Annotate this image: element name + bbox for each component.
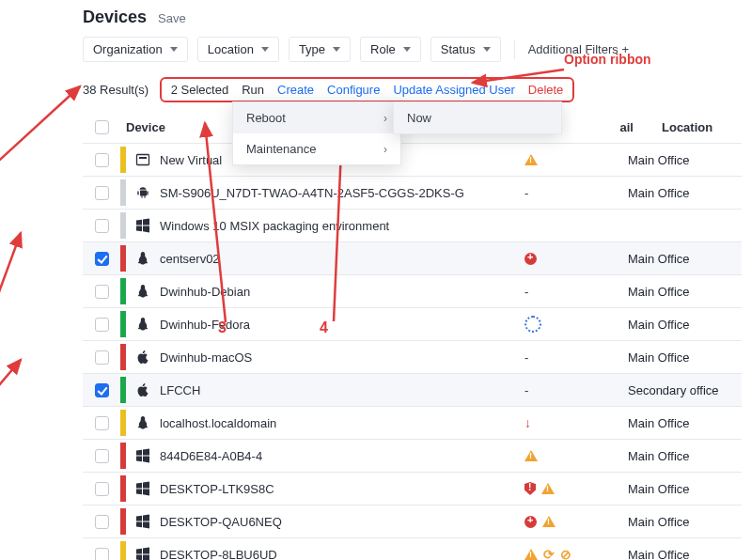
- chevron-down-icon: [261, 47, 269, 52]
- table-row[interactable]: LFCCH-Secondary office: [83, 374, 742, 407]
- filter-role[interactable]: Role: [360, 37, 421, 62]
- device-location: Main Office: [628, 482, 690, 496]
- status-bar: [120, 147, 126, 173]
- filter-type[interactable]: Type: [289, 37, 351, 62]
- status-cell: [524, 516, 628, 528]
- os-icon: [135, 251, 150, 266]
- status-bar: [120, 508, 126, 535]
- device-location: Main Office: [628, 285, 690, 299]
- status-bar: [120, 212, 126, 239]
- selection-count: 2 Selected: [171, 83, 228, 97]
- row-checkbox[interactable]: [95, 285, 109, 299]
- status-cell: -: [524, 383, 628, 397]
- action-run[interactable]: Run: [242, 83, 264, 97]
- chevron-right-icon: ›: [383, 112, 387, 125]
- os-icon: [135, 448, 150, 463]
- os-icon: [135, 218, 150, 233]
- status-bar: [120, 377, 126, 403]
- table-row[interactable]: DESKTOP-LTK9S8CMain Office: [83, 473, 742, 506]
- os-icon: [135, 382, 150, 397]
- row-checkbox[interactable]: [95, 482, 109, 496]
- status-cell: [524, 450, 628, 461]
- row-checkbox[interactable]: [95, 252, 109, 266]
- no-status: -: [524, 350, 528, 365]
- device-location: Main Office: [628, 350, 690, 365]
- filter-organization[interactable]: Organization: [83, 37, 188, 62]
- os-icon: [135, 284, 150, 299]
- table-row[interactable]: 844D6E84-A0B4-4Main Office: [83, 440, 742, 473]
- col-header-location[interactable]: Location: [662, 120, 742, 134]
- device-location: Main Office: [628, 416, 690, 430]
- table-row[interactable]: DESKTOP-8LBU6UD⟳⊘Main Office: [83, 538, 742, 560]
- warning-icon: [524, 450, 538, 461]
- menu-item-reboot-label: Reboot: [246, 111, 286, 125]
- svg-rect-1: [139, 157, 147, 159]
- menu-item-maintenance[interactable]: Maintenance ›: [233, 133, 400, 164]
- save-link[interactable]: Save: [158, 11, 186, 25]
- filter-location[interactable]: Location: [197, 37, 279, 62]
- table-row[interactable]: SM-S906U_N7DT-TWAO-A4TN-2ASF5-CGGS-2DKS-…: [83, 177, 742, 210]
- menu-item-maintenance-label: Maintenance: [246, 142, 316, 156]
- svg-line-2: [473, 70, 564, 83]
- warning-icon: [524, 154, 538, 165]
- row-checkbox[interactable]: [95, 416, 109, 430]
- warning-icon: [541, 483, 555, 494]
- row-checkbox[interactable]: [95, 350, 109, 365]
- table-row[interactable]: New VirtualMain Office: [83, 144, 742, 177]
- device-location: Main Office: [628, 318, 690, 332]
- device-name[interactable]: LFCCH: [160, 383, 200, 397]
- os-icon: [135, 350, 150, 365]
- table-row[interactable]: Dwinhub-FedoraMain Office: [83, 308, 742, 341]
- os-icon: [135, 317, 150, 332]
- device-name[interactable]: DESKTOP-8LBU6UD: [160, 548, 277, 561]
- status-bar: [120, 278, 126, 304]
- device-name[interactable]: DESKTOP-QAU6NEQ: [160, 515, 282, 529]
- run-menu: Reboot › Maintenance ›: [232, 101, 401, 165]
- table-row[interactable]: Dwinhub-macOS-Main Office: [83, 341, 742, 374]
- device-name[interactable]: DESKTOP-LTK9S8C: [160, 482, 274, 496]
- menu-item-reboot-now[interactable]: Now: [394, 102, 561, 133]
- status-bar: [120, 475, 126, 502]
- table-row[interactable]: Dwinhub-Debian-Main Office: [83, 275, 742, 308]
- status-cell: ⟳⊘: [524, 547, 628, 560]
- device-name[interactable]: localhost.localdomain: [160, 416, 276, 430]
- arrow-1b: [0, 352, 47, 465]
- device-name[interactable]: Dwinhub-macOS: [160, 350, 252, 365]
- critical-icon: [524, 516, 537, 528]
- table-row[interactable]: localhost.localdomain↓Main Office: [83, 407, 742, 440]
- device-location: Main Office: [628, 449, 690, 463]
- device-location: Main Office: [628, 252, 690, 266]
- chevron-down-icon: [170, 47, 178, 52]
- filter-type-label: Type: [299, 42, 325, 56]
- status-cell: -: [524, 186, 628, 200]
- arrow-2: [0, 79, 117, 229]
- filter-status[interactable]: Status: [430, 37, 501, 62]
- row-checkbox[interactable]: [95, 449, 109, 463]
- chevron-right-icon: ›: [383, 143, 387, 156]
- status-bar: [120, 541, 126, 560]
- device-name[interactable]: 844D6E84-A0B4-4: [160, 449, 262, 463]
- table-row[interactable]: centserv02Main Office: [83, 242, 742, 275]
- action-configure[interactable]: Configure: [327, 83, 380, 97]
- row-checkbox[interactable]: [95, 383, 109, 397]
- row-checkbox[interactable]: [95, 318, 109, 332]
- status-cell: [524, 482, 628, 495]
- status-cell: -: [524, 350, 628, 365]
- row-checkbox[interactable]: [95, 548, 109, 561]
- status-bar: [120, 311, 126, 337]
- chevron-down-icon: [403, 47, 411, 52]
- table-row[interactable]: DESKTOP-QAU6NEQMain Office: [83, 506, 742, 538]
- status-cell: [524, 154, 628, 165]
- status-cell: [524, 253, 628, 265]
- no-status: -: [524, 285, 528, 299]
- chevron-down-icon: [483, 47, 491, 52]
- menu-item-reboot[interactable]: Reboot ›: [233, 102, 400, 133]
- table-row[interactable]: Windows 10 MSIX packaging environment: [83, 210, 742, 242]
- row-checkbox[interactable]: [95, 515, 109, 529]
- action-create[interactable]: Create: [277, 83, 314, 97]
- down-arrow-icon: ↓: [524, 416, 531, 429]
- page-title: Devices: [83, 8, 147, 27]
- status-bar: [120, 179, 126, 206]
- filter-status-label: Status: [441, 42, 476, 56]
- chevron-down-icon: [333, 47, 340, 52]
